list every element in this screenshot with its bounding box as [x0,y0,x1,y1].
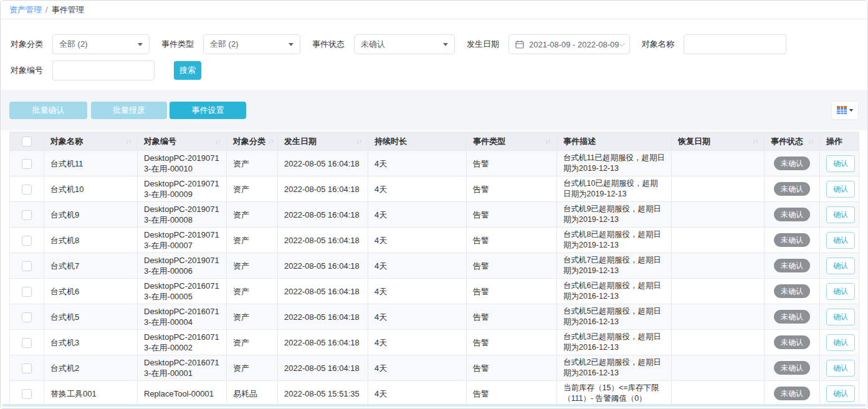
date-cell: 2022-08-05 16:04:18 [278,355,368,381]
events-table-card: 对象名称↓↑对象编号↓↑对象分类↓↑发生日期↓↑持续时长事件类型↓↑事件描述恢复… [1,130,867,409]
calendar-icon [515,40,524,49]
row-checkbox-cell [10,279,44,304]
object-code-input[interactable] [52,60,155,80]
object-category-select[interactable]: 全部 (2) [52,34,150,54]
duration-cell: 4天 [368,151,467,176]
status-cell: 未确认 [765,330,820,355]
confirm-button[interactable]: 确认 [826,385,855,402]
row-checkbox[interactable] [22,363,32,373]
column-header-label: 事件类型 [473,136,505,147]
row-checkbox[interactable] [22,287,32,297]
status-badge: 未确认 [774,208,810,221]
confirm-button[interactable]: 确认 [826,257,855,274]
column-header[interactable]: 对象分类↓↑ [227,132,278,151]
row-checkbox[interactable] [22,185,32,195]
column-settings-button[interactable] [831,101,859,120]
bottom-scroll-strip[interactable] [2,404,866,407]
row-checkbox[interactable] [22,389,32,399]
occur-date-label: 发生日期 [465,39,499,50]
sort-icon[interactable]: ↓↑ [126,136,131,147]
recovery-cell [672,176,765,202]
column-header: 事件描述 [557,132,672,151]
breadcrumb-parent-link[interactable]: 资产管理 [9,4,42,16]
name-cell: 台式机10 [44,176,138,202]
search-button[interactable]: 搜索 [174,61,201,80]
row-checkbox-cell [10,228,44,253]
recovery-cell [672,279,765,304]
column-header[interactable]: 事件状态↓↑ [765,132,820,151]
recovery-cell [672,151,765,176]
row-checkbox[interactable] [22,236,32,246]
status-badge: 未确认 [774,361,810,375]
description-cell: 台式机3已超期服役，超期日期为2016-12-13 [557,330,672,355]
name-cell: 台式机5 [44,304,138,330]
column-header[interactable]: 对象编号↓↑ [138,132,227,151]
column-header[interactable]: 事件类型↓↑ [467,132,557,151]
chevron-down-icon [138,43,143,46]
chevron-down-icon [289,43,293,46]
category-cell: 资产 [227,253,278,279]
category-cell: 资产 [227,151,278,176]
type-cell: 告警 [467,176,557,202]
name-cell: 台式机9 [44,202,138,228]
sort-icon[interactable]: ↓↑ [268,136,273,147]
row-checkbox[interactable] [22,338,32,348]
row-checkbox[interactable] [22,312,32,322]
object-name-input[interactable] [684,34,786,54]
type-cell: 告警 [467,279,557,304]
status-badge: 未确认 [774,233,810,247]
sort-icon[interactable]: ↓↑ [356,136,361,147]
column-header-label: 对象分类 [233,136,265,147]
status-badge: 未确认 [774,259,810,272]
select-all-checkbox[interactable] [22,137,32,147]
sort-icon[interactable]: ↓↑ [808,136,813,147]
duration-cell: 4天 [368,253,467,279]
status-cell: 未确认 [765,304,820,330]
code-cell: DesktopPC-20190713-在用-00009 [138,176,227,202]
event-status-select[interactable]: 未确认 [354,34,455,54]
row-checkbox[interactable] [22,210,32,220]
column-header[interactable]: 发生日期↓↑ [278,132,368,151]
code-cell: DesktopPC-20160713-在用-00005 [138,279,227,304]
confirm-button[interactable]: 确认 [826,181,855,198]
confirm-button[interactable]: 确认 [826,283,855,300]
confirm-button[interactable]: 确认 [826,334,855,351]
batch-confirm-button[interactable]: 批量确认 [9,102,87,119]
columns-grid-icon [837,106,847,114]
column-header[interactable]: 恢复日期↓↑ [672,132,765,151]
code-cell: ReplaceTool-00001 [138,381,227,407]
duration-cell: 4天 [368,176,467,202]
confirm-button[interactable]: 确认 [826,232,855,249]
column-header-label: 操作 [826,136,842,147]
confirm-button[interactable]: 确认 [826,155,855,172]
duration-cell: 4天 [368,355,467,381]
table-row: 台式机10DesktopPC-20190713-在用-00009资产2022-0… [10,176,859,202]
events-table: 对象名称↓↑对象编号↓↑对象分类↓↑发生日期↓↑持续时长事件类型↓↑事件描述恢复… [9,132,859,407]
type-cell: 告警 [467,355,557,381]
occur-date-range-picker[interactable]: 2021-08-09 - 2022-08-09 [508,34,630,54]
name-cell: 台式机6 [44,279,138,304]
type-cell: 告警 [467,381,557,407]
row-checkbox[interactable] [22,159,32,169]
event-settings-button[interactable]: 事件设置 [169,102,246,119]
recovery-cell [672,253,765,279]
confirm-button[interactable]: 确认 [826,360,855,377]
name-cell: 台式机7 [44,253,138,279]
column-header: 持续时长 [368,132,467,151]
date-cell: 2022-08-05 16:04:18 [278,176,368,202]
status-cell: 未确认 [765,381,820,407]
column-header-label: 对象编号 [144,136,176,147]
sort-icon[interactable]: ↓↑ [753,136,758,147]
row-checkbox[interactable] [22,261,32,271]
confirm-button[interactable]: 确认 [826,206,855,223]
event-type-select[interactable]: 全部 (2) [203,34,300,54]
confirm-button[interactable]: 确认 [826,309,855,325]
sort-icon[interactable]: ↓↑ [545,136,550,147]
row-checkbox-cell [10,381,44,407]
action-cell: 确认 [820,253,859,279]
column-header[interactable]: 对象名称↓↑ [44,132,138,151]
sort-icon[interactable]: ↓↑ [215,136,220,147]
code-cell: DesktopPC-20190713-在用-00010 [138,151,227,176]
recovery-cell [672,381,765,407]
batch-scrap-button[interactable]: 批量报废 [91,102,167,119]
